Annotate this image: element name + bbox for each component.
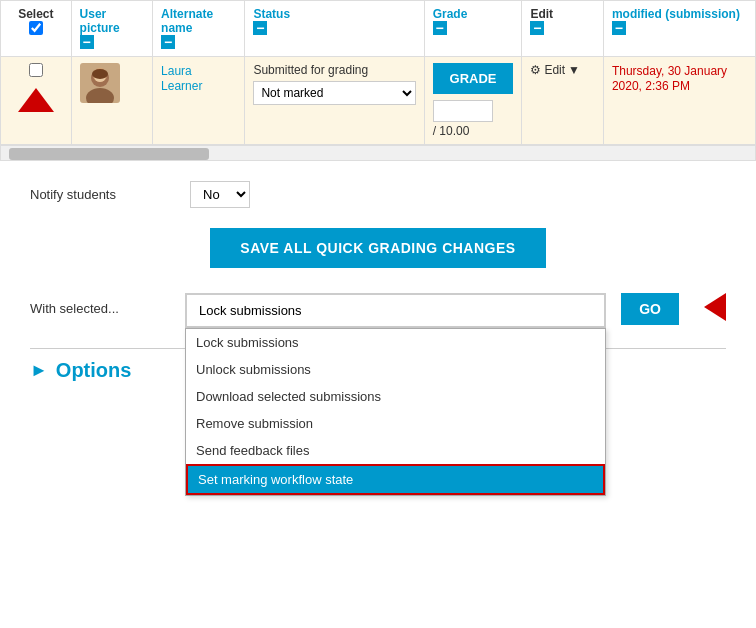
collapse-grade-icon[interactable]: − xyxy=(433,21,447,35)
status-text: Submitted for grading xyxy=(253,63,415,77)
dropdown-item-lock[interactable]: Lock submissions xyxy=(186,329,605,356)
student-name-link[interactable]: Laura Learner xyxy=(161,64,202,93)
dropdown-arrow-icon: ▼ xyxy=(568,63,580,77)
row-checkbox[interactable] xyxy=(29,63,43,77)
with-selected-label: With selected... xyxy=(30,293,170,316)
edit-button[interactable]: ⚙ Edit ▼ xyxy=(530,63,580,77)
scroll-handle[interactable] xyxy=(9,148,209,160)
avatar xyxy=(80,63,120,103)
row-status-cell: Submitted for grading Not marked xyxy=(245,57,424,145)
header-modified: modified (submission) − xyxy=(603,1,755,57)
horizontal-scrollbar[interactable] xyxy=(0,145,756,161)
header-alternate-name: Alternate name − xyxy=(153,1,245,57)
grade-button[interactable]: GRADE xyxy=(433,63,514,94)
row-edit-cell: ⚙ Edit ▼ xyxy=(522,57,603,145)
collapse-picture-icon[interactable]: − xyxy=(80,35,94,49)
row-modified-cell: Thursday, 30 January 2020, 2:36 PM xyxy=(603,57,755,145)
notify-label: Notify students xyxy=(30,187,170,202)
notify-select[interactable]: No Yes xyxy=(190,181,250,208)
row-avatar-cell xyxy=(71,57,152,145)
header-status: Status − xyxy=(245,1,424,57)
dropdown-item-feedback[interactable]: Send feedback files xyxy=(186,437,605,464)
modified-date: Thursday, 30 January 2020, 2:36 PM xyxy=(612,64,727,93)
with-selected-select[interactable]: Lock submissions Unlock submissions Down… xyxy=(185,293,606,328)
dropdown-item-unlock[interactable]: Unlock submissions xyxy=(186,356,605,383)
table-row: Laura Learner Submitted for grading Not … xyxy=(1,57,756,145)
header-user-picture: User picture − xyxy=(71,1,152,57)
status-dropdown[interactable]: Not marked xyxy=(253,81,415,105)
save-all-button[interactable]: SAVE ALL QUICK GRADING CHANGES xyxy=(210,228,545,268)
grade-total: / 10.00 xyxy=(433,124,514,138)
with-selected-row: With selected... Lock submissions Unlock… xyxy=(30,293,726,328)
grade-input[interactable] xyxy=(433,100,493,122)
dropdown-item-marking-workflow[interactable]: Set marking workflow state xyxy=(186,464,605,495)
red-arrow-up xyxy=(18,88,54,112)
collapse-modified-icon[interactable]: − xyxy=(612,21,626,35)
row-name-cell: Laura Learner xyxy=(153,57,245,145)
svg-point-5 xyxy=(92,69,108,79)
dropdown-item-remove[interactable]: Remove submission xyxy=(186,410,605,437)
submissions-table: Select User picture − Alternate name − S… xyxy=(0,0,756,145)
header-select: Select xyxy=(1,1,72,57)
row-grade-cell: GRADE / 10.00 xyxy=(424,57,522,145)
select-all-checkbox[interactable] xyxy=(29,21,43,35)
options-toggle-icon[interactable]: ► xyxy=(30,360,48,381)
options-title: Options xyxy=(56,359,132,382)
collapse-edit-icon[interactable]: − xyxy=(530,21,544,35)
gear-icon: ⚙ xyxy=(530,63,541,77)
with-selected-dropdown-wrapper: Lock submissions Unlock submissions Down… xyxy=(185,293,606,328)
dropdown-item-download[interactable]: Download selected submissions xyxy=(186,383,605,410)
go-button[interactable]: GO xyxy=(621,293,679,325)
dropdown-menu: Lock submissions Unlock submissions Down… xyxy=(185,328,606,496)
red-arrow-right-icon xyxy=(704,293,726,321)
header-grade: Grade − xyxy=(424,1,522,57)
notify-row: Notify students No Yes xyxy=(30,181,726,208)
collapse-altname-icon[interactable]: − xyxy=(161,35,175,49)
collapse-status-icon[interactable]: − xyxy=(253,21,267,35)
bottom-section: Notify students No Yes SAVE ALL QUICK GR… xyxy=(0,161,756,402)
header-edit: Edit − xyxy=(522,1,603,57)
red-arrow-right-container xyxy=(704,293,726,321)
